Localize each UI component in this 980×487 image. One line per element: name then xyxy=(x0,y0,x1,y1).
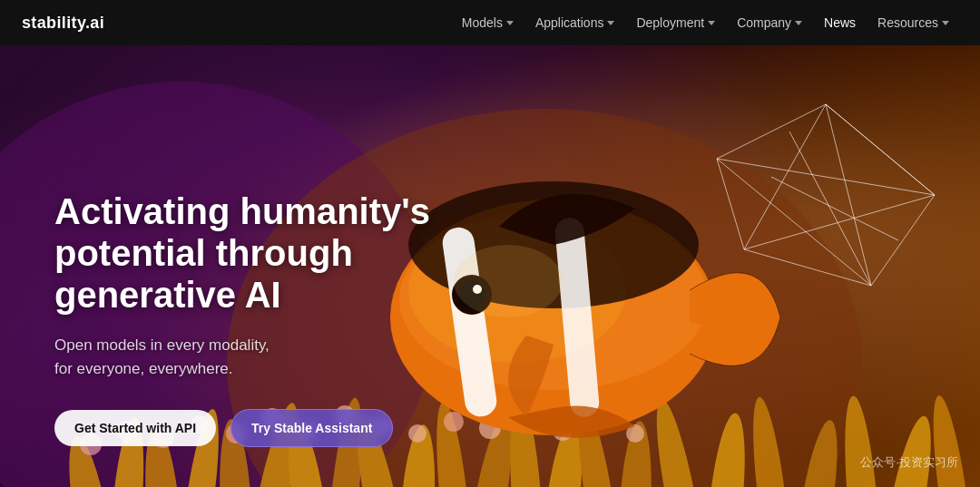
svg-point-24 xyxy=(926,394,980,487)
chevron-down-icon xyxy=(795,21,802,25)
nav-item-applications[interactable]: Applications xyxy=(526,10,624,35)
get-started-button[interactable]: Get Started with API xyxy=(54,410,216,446)
hero-title: Activating humanity's potential through … xyxy=(54,190,544,316)
chevron-down-icon xyxy=(506,21,514,25)
chevron-down-icon xyxy=(607,21,614,25)
svg-point-23 xyxy=(875,413,941,487)
svg-line-57 xyxy=(826,104,935,195)
nav-item-resources[interactable]: Resources xyxy=(868,10,958,35)
hero-buttons: Get Started with API Try Stable Assistan… xyxy=(54,409,544,447)
nav-item-company[interactable]: Company xyxy=(728,10,811,35)
nav-item-news[interactable]: News xyxy=(815,10,865,35)
chevron-down-icon xyxy=(708,21,715,25)
chevron-down-icon xyxy=(942,21,949,25)
hero-content: Activating humanity's potential through … xyxy=(54,190,544,447)
try-stable-assistant-button[interactable]: Try Stable Assistant xyxy=(230,409,393,447)
brand-logo[interactable]: stability.ai xyxy=(22,14,104,33)
hero-section: Activating humanity's potential through … xyxy=(0,0,980,487)
watermark: 公众号·投资实习所 xyxy=(860,454,958,471)
nav-item-models[interactable]: Models xyxy=(453,10,523,35)
hero-subtitle: Open models in every modality,for everyo… xyxy=(54,334,544,380)
navbar: stability.ai Models Applications Deploym… xyxy=(0,0,980,45)
nav-item-deployment[interactable]: Deployment xyxy=(627,10,724,35)
hero-background: Activating humanity's potential through … xyxy=(0,45,980,487)
nav-menu: Models Applications Deployment Company xyxy=(453,10,958,35)
